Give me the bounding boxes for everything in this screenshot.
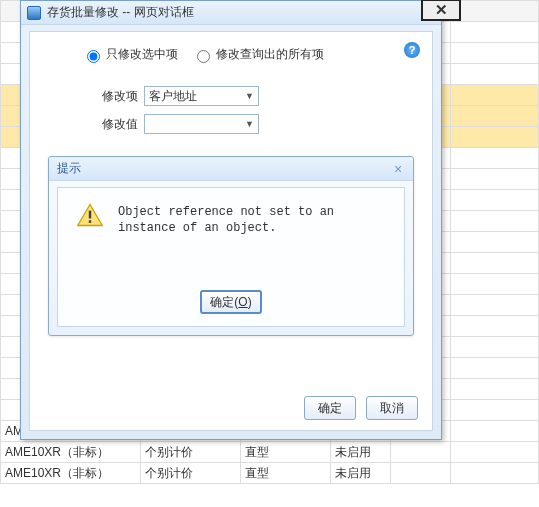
svg-rect-2 [89, 220, 91, 223]
help-icon[interactable]: ? [404, 42, 420, 58]
field-label: 修改项 [90, 88, 138, 105]
radio-all-input[interactable] [197, 50, 210, 63]
error-prompt: 提示 × Object reference not set to an inst… [48, 156, 414, 336]
scope-radio-group: 只修改选中项 修改查询出的所有项 [82, 46, 324, 63]
batch-edit-dialog: ✕ 存货批量修改 -- 网页对话框 ? 只修改选中项 修改查询出的所有项 修改项… [20, 0, 442, 440]
table-row: AME10XR（非标）个别计价直型未启用 [1, 463, 539, 484]
chevron-down-icon: ▼ [245, 91, 254, 101]
prompt-close-button[interactable]: × [391, 161, 405, 177]
value-select[interactable]: ▼ [144, 114, 259, 134]
warning-icon [76, 202, 104, 228]
value-label: 修改值 [90, 116, 138, 133]
app-icon [27, 6, 41, 20]
table-row: AME10XR（非标）个别计价直型未启用 [1, 442, 539, 463]
dialog-titlebar[interactable]: 存货批量修改 -- 网页对话框 [21, 1, 441, 25]
close-button[interactable]: ✕ [421, 0, 461, 21]
svg-rect-1 [89, 211, 91, 219]
ok-button[interactable]: 确定 [304, 396, 356, 420]
radio-selected-input[interactable] [87, 50, 100, 63]
field-select[interactable]: 客户地址 ▼ [144, 86, 259, 106]
prompt-message: Object reference not set to an instance … [118, 204, 392, 236]
radio-all-items[interactable]: 修改查询出的所有项 [192, 46, 324, 63]
radio-selected-items[interactable]: 只修改选中项 [82, 46, 178, 63]
prompt-ok-button[interactable]: 确定(O) [200, 290, 262, 314]
chevron-down-icon: ▼ [245, 119, 254, 129]
prompt-title: 提示 [57, 160, 81, 177]
field-select-value: 客户地址 [149, 88, 197, 105]
dialog-title: 存货批量修改 -- 网页对话框 [47, 4, 194, 21]
cancel-button[interactable]: 取消 [366, 396, 418, 420]
close-icon: ✕ [435, 1, 448, 19]
